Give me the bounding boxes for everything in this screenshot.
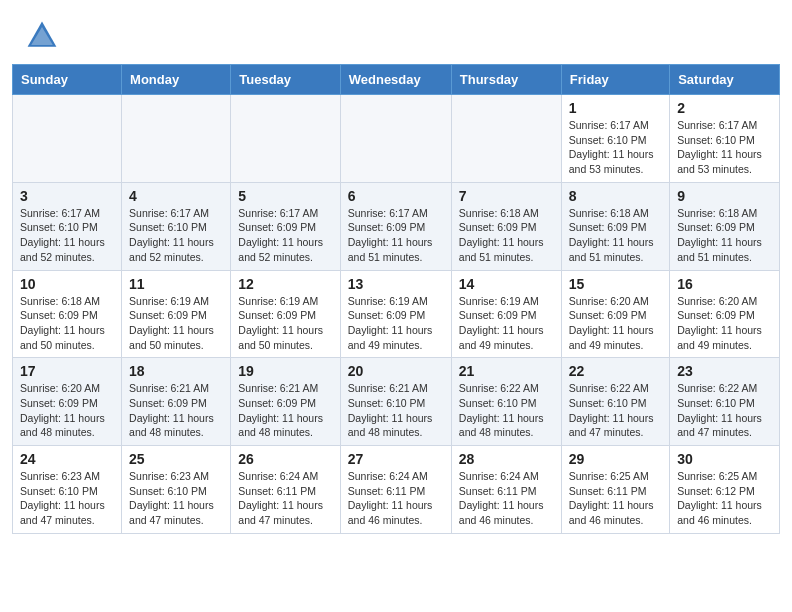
day-number: 9 — [677, 188, 772, 204]
calendar-row: 10 Sunrise: 6:18 AMSunset: 6:09 PMDaylig… — [13, 270, 780, 358]
day-info: Sunrise: 6:19 AMSunset: 6:09 PMDaylight:… — [459, 295, 544, 351]
calendar-cell: 28 Sunrise: 6:24 AMSunset: 6:11 PMDaylig… — [451, 446, 561, 534]
calendar-row: 3 Sunrise: 6:17 AMSunset: 6:10 PMDayligh… — [13, 182, 780, 270]
day-info: Sunrise: 6:19 AMSunset: 6:09 PMDaylight:… — [238, 295, 323, 351]
day-info: Sunrise: 6:22 AMSunset: 6:10 PMDaylight:… — [569, 382, 654, 438]
day-number: 20 — [348, 363, 444, 379]
calendar-cell — [340, 95, 451, 183]
calendar-cell: 27 Sunrise: 6:24 AMSunset: 6:11 PMDaylig… — [340, 446, 451, 534]
day-number: 4 — [129, 188, 223, 204]
day-info: Sunrise: 6:21 AMSunset: 6:09 PMDaylight:… — [129, 382, 214, 438]
column-header-thursday: Thursday — [451, 65, 561, 95]
day-number: 17 — [20, 363, 114, 379]
calendar-cell: 19 Sunrise: 6:21 AMSunset: 6:09 PMDaylig… — [231, 358, 340, 446]
day-number: 21 — [459, 363, 554, 379]
day-info: Sunrise: 6:17 AMSunset: 6:10 PMDaylight:… — [129, 207, 214, 263]
day-number: 27 — [348, 451, 444, 467]
day-number: 30 — [677, 451, 772, 467]
day-number: 18 — [129, 363, 223, 379]
calendar-cell: 11 Sunrise: 6:19 AMSunset: 6:09 PMDaylig… — [122, 270, 231, 358]
day-info: Sunrise: 6:25 AMSunset: 6:12 PMDaylight:… — [677, 470, 762, 526]
day-number: 23 — [677, 363, 772, 379]
calendar-cell: 22 Sunrise: 6:22 AMSunset: 6:10 PMDaylig… — [561, 358, 669, 446]
day-info: Sunrise: 6:17 AMSunset: 6:10 PMDaylight:… — [677, 119, 762, 175]
day-number: 6 — [348, 188, 444, 204]
day-info: Sunrise: 6:21 AMSunset: 6:09 PMDaylight:… — [238, 382, 323, 438]
day-number: 12 — [238, 276, 332, 292]
day-info: Sunrise: 6:17 AMSunset: 6:09 PMDaylight:… — [238, 207, 323, 263]
day-info: Sunrise: 6:20 AMSunset: 6:09 PMDaylight:… — [677, 295, 762, 351]
calendar-cell: 15 Sunrise: 6:20 AMSunset: 6:09 PMDaylig… — [561, 270, 669, 358]
calendar-cell: 17 Sunrise: 6:20 AMSunset: 6:09 PMDaylig… — [13, 358, 122, 446]
day-info: Sunrise: 6:23 AMSunset: 6:10 PMDaylight:… — [129, 470, 214, 526]
logo-icon — [24, 18, 60, 54]
day-number: 15 — [569, 276, 662, 292]
calendar-row: 17 Sunrise: 6:20 AMSunset: 6:09 PMDaylig… — [13, 358, 780, 446]
calendar-cell: 14 Sunrise: 6:19 AMSunset: 6:09 PMDaylig… — [451, 270, 561, 358]
day-number: 13 — [348, 276, 444, 292]
day-info: Sunrise: 6:23 AMSunset: 6:10 PMDaylight:… — [20, 470, 105, 526]
calendar-cell: 25 Sunrise: 6:23 AMSunset: 6:10 PMDaylig… — [122, 446, 231, 534]
calendar-cell: 23 Sunrise: 6:22 AMSunset: 6:10 PMDaylig… — [670, 358, 780, 446]
day-info: Sunrise: 6:18 AMSunset: 6:09 PMDaylight:… — [569, 207, 654, 263]
column-header-saturday: Saturday — [670, 65, 780, 95]
calendar-header: SundayMondayTuesdayWednesdayThursdayFrid… — [13, 65, 780, 95]
calendar-cell: 1 Sunrise: 6:17 AMSunset: 6:10 PMDayligh… — [561, 95, 669, 183]
calendar-cell — [451, 95, 561, 183]
day-number: 7 — [459, 188, 554, 204]
column-header-wednesday: Wednesday — [340, 65, 451, 95]
day-number: 24 — [20, 451, 114, 467]
day-info: Sunrise: 6:22 AMSunset: 6:10 PMDaylight:… — [677, 382, 762, 438]
day-number: 29 — [569, 451, 662, 467]
day-number: 10 — [20, 276, 114, 292]
calendar-cell: 10 Sunrise: 6:18 AMSunset: 6:09 PMDaylig… — [13, 270, 122, 358]
day-number: 3 — [20, 188, 114, 204]
calendar-cell: 30 Sunrise: 6:25 AMSunset: 6:12 PMDaylig… — [670, 446, 780, 534]
calendar-cell: 9 Sunrise: 6:18 AMSunset: 6:09 PMDayligh… — [670, 182, 780, 270]
column-header-monday: Monday — [122, 65, 231, 95]
calendar-cell: 18 Sunrise: 6:21 AMSunset: 6:09 PMDaylig… — [122, 358, 231, 446]
day-number: 2 — [677, 100, 772, 116]
calendar-cell: 4 Sunrise: 6:17 AMSunset: 6:10 PMDayligh… — [122, 182, 231, 270]
day-info: Sunrise: 6:19 AMSunset: 6:09 PMDaylight:… — [129, 295, 214, 351]
column-header-tuesday: Tuesday — [231, 65, 340, 95]
calendar-cell: 24 Sunrise: 6:23 AMSunset: 6:10 PMDaylig… — [13, 446, 122, 534]
calendar-wrapper: SundayMondayTuesdayWednesdayThursdayFrid… — [0, 64, 792, 546]
day-number: 25 — [129, 451, 223, 467]
calendar-cell: 6 Sunrise: 6:17 AMSunset: 6:09 PMDayligh… — [340, 182, 451, 270]
calendar-cell: 2 Sunrise: 6:17 AMSunset: 6:10 PMDayligh… — [670, 95, 780, 183]
calendar-cell: 26 Sunrise: 6:24 AMSunset: 6:11 PMDaylig… — [231, 446, 340, 534]
calendar-row: 1 Sunrise: 6:17 AMSunset: 6:10 PMDayligh… — [13, 95, 780, 183]
calendar-table: SundayMondayTuesdayWednesdayThursdayFrid… — [12, 64, 780, 534]
day-info: Sunrise: 6:21 AMSunset: 6:10 PMDaylight:… — [348, 382, 433, 438]
day-info: Sunrise: 6:22 AMSunset: 6:10 PMDaylight:… — [459, 382, 544, 438]
header-row: SundayMondayTuesdayWednesdayThursdayFrid… — [13, 65, 780, 95]
day-info: Sunrise: 6:20 AMSunset: 6:09 PMDaylight:… — [569, 295, 654, 351]
calendar-cell: 13 Sunrise: 6:19 AMSunset: 6:09 PMDaylig… — [340, 270, 451, 358]
day-number: 5 — [238, 188, 332, 204]
day-info: Sunrise: 6:18 AMSunset: 6:09 PMDaylight:… — [677, 207, 762, 263]
day-info: Sunrise: 6:18 AMSunset: 6:09 PMDaylight:… — [20, 295, 105, 351]
day-number: 14 — [459, 276, 554, 292]
day-info: Sunrise: 6:24 AMSunset: 6:11 PMDaylight:… — [348, 470, 433, 526]
day-info: Sunrise: 6:18 AMSunset: 6:09 PMDaylight:… — [459, 207, 544, 263]
day-info: Sunrise: 6:17 AMSunset: 6:10 PMDaylight:… — [569, 119, 654, 175]
calendar-cell: 7 Sunrise: 6:18 AMSunset: 6:09 PMDayligh… — [451, 182, 561, 270]
day-number: 11 — [129, 276, 223, 292]
calendar-cell: 16 Sunrise: 6:20 AMSunset: 6:09 PMDaylig… — [670, 270, 780, 358]
day-number: 19 — [238, 363, 332, 379]
calendar-row: 24 Sunrise: 6:23 AMSunset: 6:10 PMDaylig… — [13, 446, 780, 534]
calendar-cell: 12 Sunrise: 6:19 AMSunset: 6:09 PMDaylig… — [231, 270, 340, 358]
column-header-sunday: Sunday — [13, 65, 122, 95]
day-info: Sunrise: 6:17 AMSunset: 6:10 PMDaylight:… — [20, 207, 105, 263]
day-number: 1 — [569, 100, 662, 116]
day-info: Sunrise: 6:24 AMSunset: 6:11 PMDaylight:… — [459, 470, 544, 526]
calendar-cell: 8 Sunrise: 6:18 AMSunset: 6:09 PMDayligh… — [561, 182, 669, 270]
day-number: 16 — [677, 276, 772, 292]
day-info: Sunrise: 6:19 AMSunset: 6:09 PMDaylight:… — [348, 295, 433, 351]
calendar-cell — [231, 95, 340, 183]
day-info: Sunrise: 6:25 AMSunset: 6:11 PMDaylight:… — [569, 470, 654, 526]
calendar-cell: 21 Sunrise: 6:22 AMSunset: 6:10 PMDaylig… — [451, 358, 561, 446]
calendar-body: 1 Sunrise: 6:17 AMSunset: 6:10 PMDayligh… — [13, 95, 780, 534]
day-number: 8 — [569, 188, 662, 204]
